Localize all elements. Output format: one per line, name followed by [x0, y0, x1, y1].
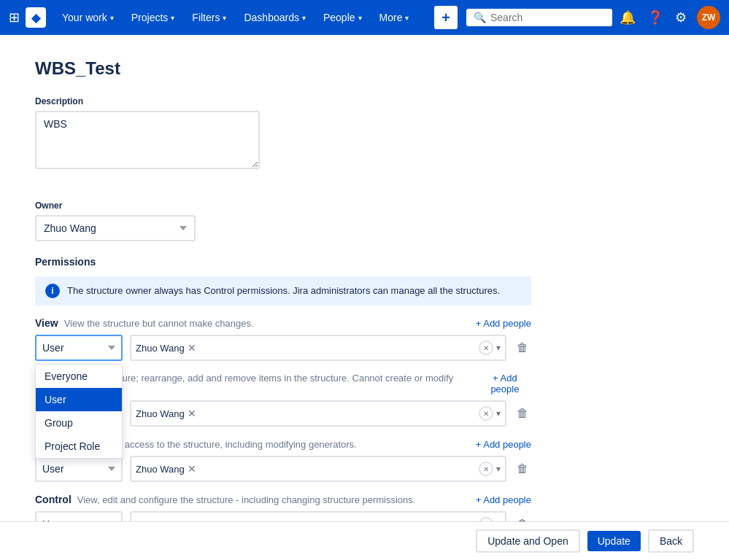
view-user-tag: Zhuo Wang ✕: [136, 342, 196, 354]
owner-field-group: Owner Zhuo Wang: [35, 201, 593, 241]
owner-select[interactable]: Zhuo Wang: [35, 215, 196, 241]
nav-filters[interactable]: Filters ▾: [185, 7, 234, 28]
jira-logo[interactable]: ◆: [26, 7, 46, 28]
view-desc: View the structure but cannot make chang…: [64, 318, 254, 329]
avatar[interactable]: ZW: [697, 6, 720, 29]
dropdown-item-project-role[interactable]: Project Role: [36, 435, 122, 458]
chevron-down-icon: ▾: [302, 14, 306, 22]
edit-user-tag: Zhuo Wang ✕: [136, 408, 196, 419]
chevron-down-icon: ▾: [405, 14, 409, 22]
search-input[interactable]: [490, 12, 593, 23]
insert-add-people-button[interactable]: + Add people: [476, 439, 531, 450]
insert-user-tag-container: Zhuo Wang ✕ ✕ ▾: [130, 456, 506, 482]
nav-people[interactable]: People ▾: [316, 7, 369, 28]
insert-tag-circle-button[interactable]: ✕: [479, 462, 493, 476]
search-box[interactable]: 🔍: [466, 9, 612, 26]
search-icon: 🔍: [474, 12, 486, 23]
description-textarea[interactable]: WBS: [35, 111, 260, 169]
main-content: WBS_Test Description WBS Owner Zhuo Wang…: [0, 35, 628, 560]
description-field-group: Description WBS: [35, 96, 593, 186]
chevron-down-icon: ▾: [171, 14, 174, 22]
view-header: View View the structure but cannot make …: [35, 317, 531, 329]
control-header: Control View, edit and configure the str…: [35, 494, 531, 505]
description-label: Description: [35, 96, 593, 106]
update-button[interactable]: Update: [587, 531, 641, 551]
insert-user-tag: Zhuo Wang ✕: [136, 463, 196, 475]
control-label: Control: [35, 494, 72, 505]
owner-label: Owner: [35, 201, 593, 211]
view-add-people-button[interactable]: + Add people: [476, 318, 531, 329]
nav-more[interactable]: More ▾: [372, 7, 417, 28]
update-and-open-button[interactable]: Update and Open: [476, 529, 580, 553]
info-text: The structure owner always has Control p…: [67, 284, 500, 298]
edit-tag-chevron-icon[interactable]: ▾: [496, 408, 501, 419]
view-user-remove-icon[interactable]: ✕: [188, 342, 196, 354]
permissions-title: Permissions: [35, 256, 593, 268]
view-user-tag-container: Zhuo Wang ✕ ✕ ▾: [130, 335, 506, 361]
control-add-people-button[interactable]: + Add people: [476, 494, 531, 505]
edit-desc: View the structure; rearrange, add and r…: [60, 373, 478, 394]
dropdown-item-group[interactable]: Group: [36, 411, 122, 435]
control-desc: View, edit and configure the structure -…: [77, 494, 416, 505]
edit-user-remove-icon[interactable]: ✕: [188, 408, 196, 419]
page-title: WBS_Test: [35, 58, 593, 79]
notifications-button[interactable]: 🔔: [615, 5, 640, 30]
permissions-section: Permissions i The structure owner always…: [35, 256, 593, 537]
back-button[interactable]: Back: [648, 529, 694, 553]
insert-delete-button[interactable]: 🗑: [514, 459, 531, 478]
create-button[interactable]: +: [434, 6, 458, 29]
view-user-type-select[interactable]: User Everyone Group Project Role: [35, 335, 123, 361]
insert-row: User Everyone Group Project Role Zhuo Wa…: [35, 456, 531, 482]
edit-tag-circle-button[interactable]: ✕: [479, 406, 493, 421]
view-tag-circle-button[interactable]: ✕: [479, 341, 493, 355]
nav-projects[interactable]: Projects ▾: [124, 7, 182, 28]
view-dropdown: Everyone User Group Project Role: [35, 364, 123, 459]
view-tag-chevron-icon[interactable]: ▾: [496, 343, 501, 353]
view-delete-button[interactable]: 🗑: [514, 338, 531, 357]
nav-your-work[interactable]: Your work ▾: [55, 7, 121, 28]
settings-button[interactable]: ⚙: [671, 5, 691, 30]
edit-delete-button[interactable]: 🗑: [514, 404, 531, 423]
footer: Update and Open Update Back: [0, 521, 729, 560]
info-icon: i: [45, 284, 60, 298]
chevron-down-icon: ▾: [358, 14, 362, 22]
view-section: View View the structure but cannot make …: [35, 317, 593, 361]
chevron-down-icon: ▾: [223, 14, 226, 22]
info-banner: i The structure owner always has Control…: [35, 276, 531, 306]
edit-add-people-button[interactable]: + Add people: [479, 373, 531, 394]
view-label: View: [35, 317, 58, 329]
logo-text: ◆: [31, 11, 40, 25]
view-row: User Everyone Group Project Role Everyon…: [35, 335, 531, 361]
insert-tag-chevron-icon[interactable]: ▾: [496, 464, 501, 474]
navbar: ⊞ ◆ Your work ▾ Projects ▾ Filters ▾ Das…: [0, 0, 729, 35]
help-button[interactable]: ❓: [643, 5, 668, 30]
chevron-down-icon: ▾: [110, 14, 114, 22]
dropdown-item-everyone[interactable]: Everyone: [36, 365, 122, 388]
dropdown-item-user[interactable]: User: [36, 388, 122, 411]
insert-user-remove-icon[interactable]: ✕: [188, 463, 196, 475]
grid-icon[interactable]: ⊞: [9, 9, 20, 26]
edit-user-tag-container: Zhuo Wang ✕ ✕ ▾: [130, 400, 506, 427]
insert-user-type-select[interactable]: User Everyone Group Project Role: [35, 456, 123, 482]
nav-dashboards[interactable]: Dashboards ▾: [236, 7, 313, 28]
